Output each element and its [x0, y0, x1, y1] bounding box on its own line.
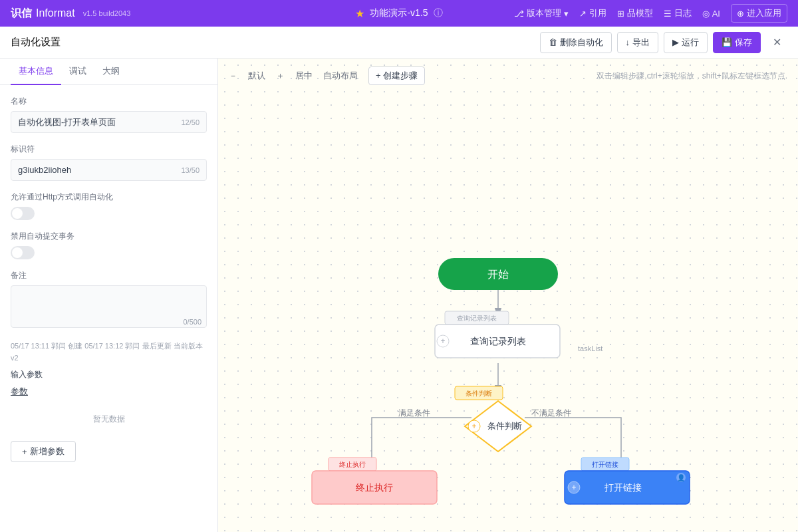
logo: 识信 Informat	[11, 7, 75, 21]
add-param-button[interactable]: + 新增参数	[11, 441, 76, 462]
chevron-down-icon: ▾	[564, 9, 569, 19]
params-link[interactable]: 参数	[11, 386, 207, 398]
name-field-group: 名称 12/50	[11, 96, 207, 133]
disable-toggle-wrap	[11, 246, 207, 259]
save-button[interactable]: 💾 保存	[713, 32, 761, 53]
tab-debug[interactable]: 调试	[61, 59, 94, 85]
name-label: 名称	[11, 96, 207, 107]
canvas-toolbar: － 默认 ＋ 居中 自动布局 + 创建步骤 双击编辑步骤,ctrl+滚轮缩放，s…	[218, 66, 798, 85]
nav-citation-label: 引用	[589, 7, 606, 19]
page-title: 自动化设置	[11, 36, 532, 49]
open-icon: ⊕	[737, 9, 744, 19]
no-data-text: 暂无数据	[11, 403, 207, 436]
query-tag-text: 查询记录列表	[457, 315, 497, 322]
default-tool[interactable]: 默认	[248, 70, 265, 82]
trash-icon: 🗑	[549, 37, 557, 47]
stop-tag-text: 终止执行	[339, 461, 366, 468]
export-label: 导出	[632, 37, 650, 49]
main-layout: 基本信息 调试 大纲 名称 12/50 标识符	[0, 59, 798, 532]
canvas-hint: 双击编辑步骤,ctrl+滚轮缩放，shift+鼠标左键框选节点.	[597, 70, 787, 82]
save-label: 保存	[735, 37, 752, 49]
disable-toggle[interactable]	[11, 246, 35, 259]
zoom-out-tool[interactable]: －	[229, 70, 237, 82]
note-count: 0/500	[183, 318, 201, 326]
nav-open-label: 进入应用	[747, 7, 781, 19]
center-tool[interactable]: 居中	[295, 70, 313, 82]
add-param-label: 新增参数	[30, 446, 65, 458]
header-center: ★ 功能演示-v1.5 ⓘ	[355, 7, 442, 20]
canvas-tools: － 默认 ＋ 居中 自动布局 + 创建步骤	[229, 66, 425, 85]
meta-info: 05/17 13:11 郭闫 创建 05/17 13:12 郭闫 最后更新 当前…	[11, 340, 207, 364]
id-label: 标识符	[11, 144, 207, 155]
query-node-label: 查询记录列表	[470, 336, 526, 346]
log-icon: ☰	[664, 9, 672, 19]
nav-version-label: 版本管理	[527, 7, 561, 19]
nav-version[interactable]: ⎇ 版本管理 ▾	[514, 7, 569, 19]
run-label: 运行	[682, 37, 699, 49]
delete-button[interactable]: 🗑 删除自动化	[540, 32, 612, 53]
satisfy-label: 满足条件	[398, 408, 430, 418]
name-input[interactable]	[18, 117, 181, 127]
nav-log[interactable]: ☰ 日志	[664, 7, 692, 19]
nav-ai-label: AI	[712, 9, 720, 19]
header-right: ⎇ 版本管理 ▾ ↗ 引用 ⊞ 品模型 ☰ 日志 ◎ AI ⊕ 进入应用	[514, 4, 787, 23]
zoom-in-tool[interactable]: ＋	[276, 70, 285, 82]
delete-label: 删除自动化	[560, 37, 603, 49]
branch-icon: ⎇	[514, 9, 524, 19]
star-icon: ★	[355, 7, 364, 20]
create-step-label: + 创建步骤	[376, 70, 418, 82]
nav-model[interactable]: ⊞ 品模型	[617, 7, 653, 19]
tab-basic[interactable]: 基本信息	[11, 59, 61, 85]
auto-layout-tool[interactable]: 自动布局	[323, 70, 358, 82]
center-title: 功能演示-v1.5	[370, 7, 428, 19]
logo-zh: 识信	[11, 7, 32, 21]
plus-icon: +	[22, 447, 27, 457]
condition-tag-text: 条件判断	[466, 390, 492, 397]
id-field-group: 标识符 13/50	[11, 144, 207, 181]
edge-condition-stop	[372, 418, 471, 467]
model-icon: ⊞	[617, 9, 624, 19]
name-count: 12/50	[181, 118, 200, 126]
header: 识信 Informat v1.5 build2043 ★ 功能演示-v1.5 ⓘ…	[0, 0, 798, 27]
play-icon: ▶	[672, 37, 679, 47]
flow-diagram[interactable]: 满足条件 不满足条件 返回值 开始 查询记录列表 taskList + 查询记录…	[218, 59, 798, 532]
disable-label: 禁用自动提交事务	[11, 231, 207, 242]
http-label: 允许通过Http方式调用自动化	[11, 192, 207, 203]
note-input[interactable]	[11, 285, 207, 328]
close-button[interactable]: ✕	[766, 32, 787, 53]
http-toggle-wrap	[11, 207, 207, 220]
save-icon: 💾	[722, 37, 732, 47]
left-panel: 基本信息 调试 大纲 名称 12/50 标识符	[0, 59, 218, 532]
id-count: 13/50	[181, 166, 200, 174]
nav-citation[interactable]: ↗ 引用	[579, 7, 606, 19]
query-plus-icon: +	[440, 336, 445, 346]
open-node-label: 打开链接	[604, 482, 642, 493]
name-input-wrapper: 12/50	[11, 111, 207, 133]
nav-open-app[interactable]: ⊕ 进入应用	[731, 4, 787, 23]
citation-icon: ↗	[579, 9, 587, 19]
id-input[interactable]	[18, 165, 181, 175]
tabs: 基本信息 调试 大纲	[0, 59, 217, 85]
params-section: 输入参数 参数 暂无数据 + 新增参数	[11, 369, 207, 462]
ai-icon: ◎	[702, 9, 710, 19]
id-input-wrapper: 13/50	[11, 159, 207, 181]
condition-plus-icon: +	[471, 422, 476, 431]
disable-field-group: 禁用自动提交事务	[11, 231, 207, 259]
panel-content: 名称 12/50 标识符 13/50 允许通过Http方式调用自动化	[0, 85, 217, 532]
start-node-label: 开始	[487, 269, 509, 280]
http-toggle[interactable]	[11, 207, 35, 220]
open-plus-icon: +	[571, 483, 576, 492]
http-field-group: 允许通过Http方式调用自动化	[11, 192, 207, 220]
create-step-button[interactable]: + 创建步骤	[368, 66, 425, 85]
tab-outline[interactable]: 大纲	[94, 59, 128, 85]
tasklist-label: taskList	[578, 344, 602, 352]
nav-model-label: 品模型	[627, 7, 653, 19]
params-title: 输入参数	[11, 369, 207, 380]
export-button[interactable]: ↓ 导出	[617, 32, 659, 53]
not-satisfy-label: 不满足条件	[531, 408, 571, 418]
stop-node-label: 终止执行	[356, 482, 393, 493]
nav-ai[interactable]: ◎ AI	[702, 9, 720, 19]
run-button[interactable]: ▶ 运行	[664, 32, 708, 53]
canvas-area[interactable]: － 默认 ＋ 居中 自动布局 + 创建步骤 双击编辑步骤,ctrl+滚轮缩放，s…	[218, 59, 798, 532]
open-person-glyph: 👤	[677, 473, 686, 482]
